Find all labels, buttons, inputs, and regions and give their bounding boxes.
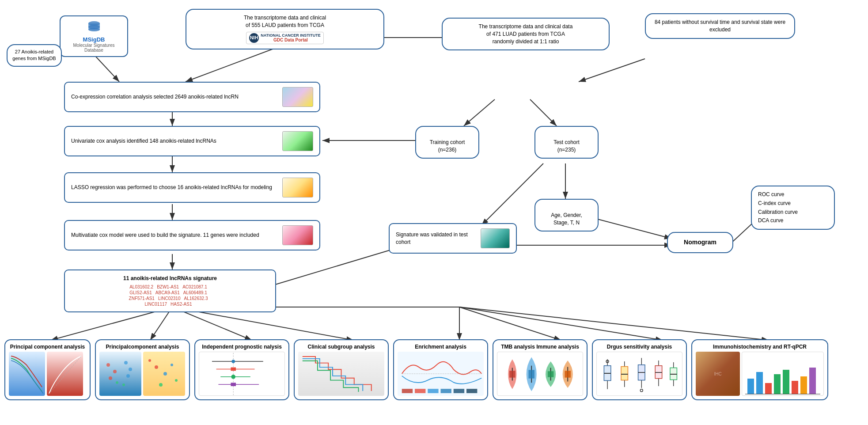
svg-rect-60	[415, 389, 425, 393]
svg-point-45	[163, 372, 167, 376]
validated-box: Signature was validated in test cohort	[389, 223, 517, 254]
validated-chart	[481, 228, 510, 248]
svg-point-33	[88, 28, 100, 31]
univariate-box: Univariate cox analysis identified 148 a…	[64, 126, 320, 156]
nih-text: NIH	[250, 34, 258, 41]
roc-item-2: C-index curve	[758, 200, 828, 207]
svg-rect-62	[441, 389, 451, 393]
svg-rect-95	[792, 381, 798, 394]
clinical-vars-box: Age, Gender, Stage, T, N	[534, 199, 599, 231]
svg-line-34	[49, 356, 81, 394]
luad471-line1: The transcriptome data and clinical data	[449, 23, 603, 30]
training-cohort-box: Training cohort (n=236)	[415, 126, 479, 159]
bottom-pca1: Principal component analysis	[4, 339, 91, 400]
svg-rect-53	[231, 368, 236, 371]
svg-rect-90	[747, 379, 754, 394]
svg-rect-72	[565, 371, 571, 377]
roc-item-1: ROC curve	[758, 191, 828, 198]
tcga-top-box: The transcriptome data and clinical of 5…	[186, 9, 384, 49]
bottom-prognostic: Independent prognostic nalysis	[194, 339, 289, 400]
bottom-prognostic-title: Independent prognostic nalysis	[199, 344, 285, 350]
svg-point-41	[116, 381, 118, 384]
svg-rect-94	[783, 370, 789, 394]
svg-line-11	[530, 99, 557, 126]
svg-point-42	[122, 383, 125, 386]
km-svg	[298, 352, 384, 396]
bottom-tmb: TMB analysis Immune analysis	[493, 339, 588, 400]
svg-rect-92	[765, 383, 772, 394]
svg-rect-61	[428, 389, 438, 393]
svg-line-27	[459, 307, 769, 340]
svg-rect-96	[800, 376, 807, 394]
rtqpcr-svg	[742, 352, 823, 396]
gsea-svg	[398, 352, 484, 396]
signature-label: 11 anoikis-related lncRNAs signature	[71, 275, 269, 282]
genes-box: 27 Anoikis-related genes from MSigDB	[7, 44, 62, 67]
svg-line-2	[186, 49, 274, 82]
svg-line-16	[274, 245, 406, 285]
svg-line-26	[459, 307, 663, 340]
pca2-scatter2-svg	[143, 352, 185, 396]
validated-text: Signature was validated in test cohort	[396, 231, 478, 246]
svg-point-40	[126, 374, 130, 378]
signature-genes: AL031602.2BZW1-AS1AC021087.1 GLIS2-AS1AB…	[71, 284, 269, 307]
multivariate-text: Multivatiate cox model were used to buil…	[71, 231, 259, 239]
svg-point-83	[640, 389, 643, 392]
svg-rect-63	[454, 389, 464, 393]
pca1-roc-svg	[47, 352, 83, 396]
svg-point-46	[171, 364, 173, 366]
univariate-chart	[282, 131, 313, 151]
msigdb-subtitle: Molecular Signatures Database	[66, 43, 122, 53]
bottom-tmb-title: TMB analysis Immune analysis	[497, 344, 583, 350]
bottom-drugs: Drgus sensitivity analysis	[592, 339, 687, 400]
svg-rect-68	[528, 370, 534, 378]
svg-point-39	[129, 368, 132, 371]
svg-point-35	[106, 363, 110, 367]
bottom-ihc: Immunohistochemistry and RT-qPCR IHC	[691, 339, 828, 400]
roc-item-4: DCA curve	[758, 217, 828, 224]
svg-point-51	[231, 360, 235, 363]
flowchart: The transcriptome data and clinical of 5…	[0, 0, 868, 425]
multivariate-box: Multivatiate cox model were used to buil…	[64, 220, 320, 250]
database-icon	[87, 20, 101, 33]
svg-rect-57	[231, 383, 236, 386]
pca2-scatter-svg	[99, 352, 141, 396]
svg-rect-93	[774, 374, 781, 394]
nomogram-text: Nomogram	[684, 239, 716, 246]
training-text: Training cohort (n=236)	[430, 139, 465, 153]
test-text: Test cohort (n=235)	[553, 139, 580, 153]
tcga-line2: of 555 LAUD patients from TCGA	[193, 22, 377, 29]
svg-point-47	[175, 379, 178, 382]
svg-point-36	[113, 370, 117, 373]
bottom-enrichment-title: Enrichment analysis	[398, 344, 484, 350]
msigdb-title: MSigDB	[66, 36, 122, 43]
luad471-line2: of 471 LUAD patients from TCGA	[449, 30, 603, 38]
excluded-box: 84 patients without survival time and su…	[645, 13, 795, 39]
nomogram-box: Nomogram	[667, 232, 733, 253]
svg-rect-64	[466, 389, 477, 393]
svg-line-10	[464, 99, 495, 126]
luad471-line3: randomly divided at 1:1 ratio	[449, 38, 603, 46]
svg-rect-97	[809, 368, 816, 394]
tcga-line1: The transcriptome data and clinical	[193, 14, 377, 22]
svg-line-14	[481, 163, 543, 225]
msigdb-box: MSigDB Molecular Signatures Database	[60, 15, 128, 57]
bottom-pca1-title: Principal component analysis	[9, 344, 86, 350]
svg-line-17	[588, 216, 671, 239]
bottom-clinical: Clinical subgroup analysis	[294, 339, 389, 400]
genes-text: 27 Anoikis-related genes from MSigDB	[12, 49, 56, 61]
signature-box: 11 anoikis-related lncRNAs signature AL0…	[64, 269, 276, 312]
bottom-clinical-title: Clinical subgroup analysis	[298, 344, 384, 350]
boxplot-svg	[597, 352, 682, 396]
excluded-text: 84 patients without survival time and su…	[655, 19, 785, 33]
svg-line-25	[459, 307, 561, 340]
coexpression-text: Co-expression correlation analysis selec…	[71, 93, 239, 101]
svg-point-48	[159, 383, 163, 387]
coexpression-chart	[282, 87, 313, 107]
clinical-vars-text: Age, Gender, Stage, T, N	[551, 212, 582, 226]
lasso-box: LASSO regression was performed to choose…	[64, 172, 320, 203]
svg-point-43	[148, 359, 151, 362]
univariate-text: Univariate cox analysis identified 148 a…	[71, 137, 216, 145]
svg-rect-70	[548, 371, 554, 377]
lasso-text: LASSO regression was performed to choose…	[71, 184, 272, 191]
